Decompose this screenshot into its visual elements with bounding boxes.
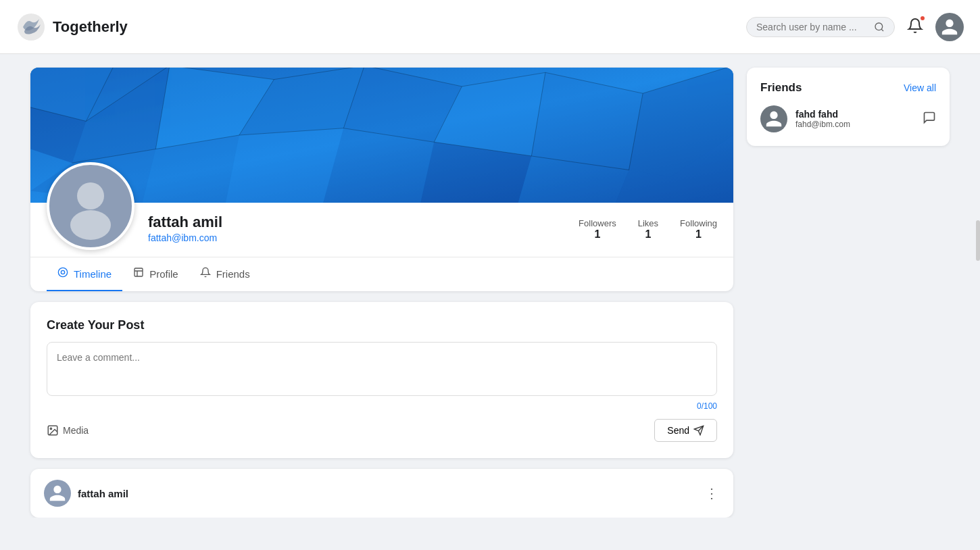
friends-header: Friends View all — [760, 81, 936, 95]
post-avatar — [44, 480, 71, 507]
tab-profile-label: Profile — [149, 268, 178, 280]
profile-icon — [133, 267, 144, 280]
profile-name: fattah amil — [148, 214, 565, 231]
profile-section: fattah amil fattah@ibm.com Followers 1 L… — [30, 68, 733, 518]
view-all-link[interactable]: View all — [904, 82, 936, 93]
create-post-card: Create Your Post 0/100 Media Send — [30, 302, 733, 458]
post-header: fattah amil ⋮ — [44, 480, 720, 507]
svg-point-44 — [58, 268, 67, 276]
friends-title: Friends — [760, 81, 802, 95]
svg-point-50 — [50, 428, 51, 429]
svg-point-45 — [61, 270, 64, 274]
tab-friends[interactable]: Friends — [189, 257, 261, 291]
timeline-icon — [57, 267, 68, 280]
media-label: Media — [63, 425, 89, 436]
logo-icon — [16, 12, 46, 42]
tab-friends-label: Friends — [216, 268, 250, 280]
friend-email: fahd@ibm.com — [795, 120, 914, 129]
friend-avatar-icon — [764, 109, 783, 128]
notification-badge — [919, 15, 926, 22]
chat-icon — [923, 111, 936, 124]
friends-card: Friends View all fahd fahd fahd@ibm.com — [747, 68, 950, 146]
search-bar[interactable] — [746, 17, 895, 37]
header-avatar-icon — [940, 18, 959, 36]
send-button[interactable]: Send — [654, 419, 717, 442]
media-button[interactable]: Media — [47, 424, 89, 436]
send-label: Send — [667, 425, 689, 436]
profile-email: fattah@ibm.com — [148, 232, 565, 243]
profile-avatar — [47, 162, 134, 250]
comment-textarea[interactable] — [47, 342, 717, 396]
post-menu-button[interactable]: ⋮ — [705, 485, 720, 501]
svg-point-1 — [875, 23, 883, 30]
profile-stats: Followers 1 Likes 1 Following 1 — [579, 218, 717, 250]
svg-point-42 — [77, 182, 104, 209]
following-value: 1 — [680, 228, 717, 241]
stat-following: Following 1 — [680, 218, 717, 241]
media-icon — [47, 424, 59, 436]
header: Togetherly — [0, 0, 980, 54]
post-actions: Media Send — [47, 419, 717, 442]
friend-name: fahd fahd — [795, 109, 914, 120]
likes-value: 1 — [638, 228, 658, 241]
friend-item: fahd fahd fahd@ibm.com — [760, 105, 936, 132]
logo-container[interactable]: Togetherly — [16, 12, 128, 42]
search-icon — [874, 22, 885, 32]
sidebar: Friends View all fahd fahd fahd@ibm.com — [747, 68, 950, 518]
following-label: Following — [680, 218, 717, 228]
send-icon — [693, 425, 704, 436]
likes-label: Likes — [638, 218, 658, 228]
svg-line-2 — [881, 29, 883, 31]
tab-profile[interactable]: Profile — [122, 257, 189, 291]
profile-tabs: Timeline Profile F — [30, 257, 733, 291]
main-layout: fattah amil fattah@ibm.com Followers 1 L… — [17, 54, 963, 518]
svg-point-43 — [70, 210, 111, 240]
app-title: Togetherly — [53, 18, 128, 36]
friend-info: fahd fahd fahd@ibm.com — [795, 109, 914, 129]
post-username: fattah amil — [78, 488, 128, 499]
profile-card: fattah amil fattah@ibm.com Followers 1 L… — [30, 68, 733, 291]
followers-value: 1 — [579, 228, 616, 241]
search-input[interactable] — [756, 22, 868, 32]
avatar-silhouette — [57, 172, 124, 240]
post-preview-card: fattah amil ⋮ — [30, 469, 733, 518]
post-avatar-icon — [48, 484, 67, 503]
friend-avatar — [760, 105, 787, 132]
friends-tab-icon — [200, 267, 211, 280]
notification-button[interactable] — [904, 15, 926, 39]
tab-timeline-label: Timeline — [74, 268, 112, 280]
stat-likes: Likes 1 — [638, 218, 658, 241]
followers-label: Followers — [579, 218, 616, 228]
friend-chat-button[interactable] — [923, 111, 936, 128]
scrollbar[interactable] — [976, 220, 980, 261]
create-post-title: Create Your Post — [47, 318, 717, 332]
header-right — [746, 13, 964, 41]
post-user: fattah amil — [44, 480, 128, 507]
comment-counter: 0/100 — [47, 401, 717, 411]
profile-details: fattah amil fattah@ibm.com — [148, 214, 565, 250]
stat-followers: Followers 1 — [579, 218, 616, 241]
tab-timeline[interactable]: Timeline — [47, 257, 122, 291]
user-avatar-header[interactable] — [935, 13, 964, 41]
svg-rect-46 — [134, 268, 143, 276]
profile-info: fattah amil fattah@ibm.com Followers 1 L… — [30, 162, 733, 250]
